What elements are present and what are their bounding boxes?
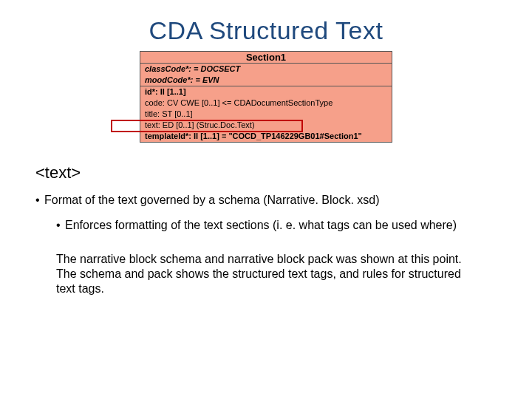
uml-attr-row: templateId*: II [1..1] = "COCD_TP146229G…	[140, 131, 392, 142]
bullet-level-2: Enforces formatting of the text sections…	[56, 218, 502, 233]
slide: CDA Structured Text Section1 classCode*:…	[0, 16, 532, 399]
uml-attr-row: code: CV CWE [0..1] <= CDADocumentSectio…	[140, 98, 392, 109]
bullet-level-1: Format of the text governed by a schema …	[35, 193, 502, 208]
uml-attr-row: id*: II [1..1]	[140, 86, 392, 98]
content-block: <text> Format of the text governed by a …	[35, 163, 502, 296]
bullet-text: Format of the text governed by a schema …	[44, 194, 380, 206]
uml-class-name: Section1	[140, 52, 392, 64]
uml-attr-row: classCode*: = DOCSECT	[140, 64, 392, 75]
slide-title: CDA Structured Text	[0, 16, 532, 45]
uml-attr-row: text: ED [0..1] (Struc.Doc.Text)	[140, 120, 392, 131]
uml-class-box: Section1 classCode*: = DOCSECT moodCode*…	[140, 51, 392, 143]
bullet-text: Enforces formatting of the text sections…	[65, 219, 457, 231]
uml-attr-row: moodCode*: = EVN	[140, 75, 392, 86]
uml-attr-row: title: ST [0..1]	[140, 109, 392, 120]
paragraph: The narrative block schema and narrative…	[56, 252, 470, 296]
text-tag-heading: <text>	[35, 163, 502, 183]
